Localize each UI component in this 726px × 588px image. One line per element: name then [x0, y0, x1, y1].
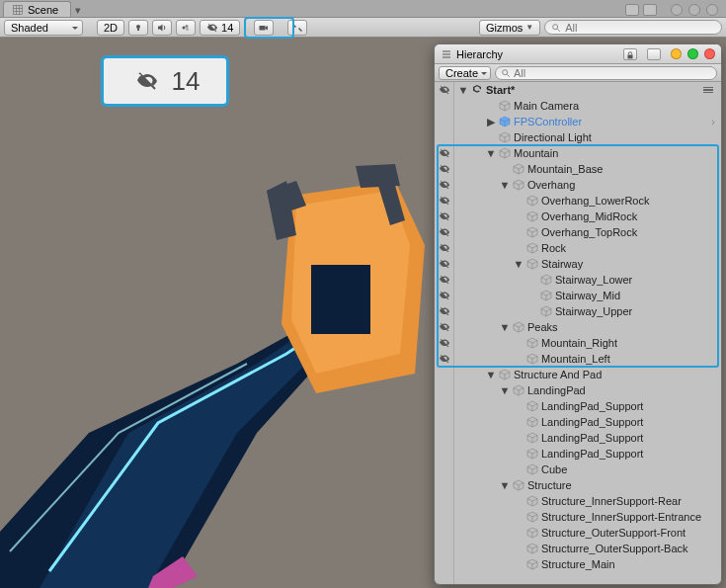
hierarchy-item[interactable]: ▼ Stairway — [435, 256, 721, 272]
foldout-icon[interactable]: ▼ — [500, 321, 510, 333]
toggle-lighting-button[interactable] — [128, 20, 148, 36]
visibility-toggle[interactable] — [435, 145, 454, 161]
foldout-icon[interactable]: ▼ — [486, 369, 496, 380]
visibility-toggle[interactable] — [435, 319, 454, 335]
hierarchy-create-dropdown[interactable]: Create — [439, 66, 491, 80]
scene-search-input[interactable]: All — [544, 20, 722, 35]
hierarchy-item[interactable]: ▶ Overhang_MidRock — [435, 209, 721, 224]
hidden-objects-button[interactable]: 14 — [200, 20, 240, 36]
hierarchy-item[interactable]: ▶ LandingPad_Support — [435, 430, 721, 446]
panel-menu-toggle[interactable] — [643, 4, 657, 16]
foldout-icon[interactable]: ▼ — [500, 179, 510, 191]
hierarchy-item[interactable]: ▶ Overhang_TopRock — [435, 224, 721, 240]
visibility-toggle[interactable] — [435, 398, 454, 414]
window-dot[interactable] — [706, 4, 718, 16]
hierarchy-titlebar[interactable]: Hierarchy — [435, 44, 721, 64]
hierarchy-menu-button[interactable] — [647, 48, 661, 60]
hierarchy-item[interactable]: ▶ LandingPad_Support — [435, 414, 721, 430]
visibility-toggle[interactable] — [435, 114, 454, 129]
minimize-dot[interactable] — [671, 48, 682, 59]
visibility-toggle[interactable] — [435, 541, 454, 556]
foldout-icon[interactable]: ▶ — [486, 116, 496, 128]
visibility-toggle[interactable] — [435, 525, 454, 541]
hierarchy-item[interactable]: ▶ LandingPad_Support — [435, 398, 721, 414]
toggle-2d-button[interactable]: 2D — [97, 20, 124, 36]
visibility-toggle[interactable] — [435, 272, 454, 288]
visibility-toggle[interactable] — [435, 335, 454, 351]
hierarchy-item[interactable]: ▶ Structure_InnerSupport-Entrance — [435, 509, 721, 525]
scene-row-menu[interactable] — [703, 87, 715, 94]
hierarchy-item[interactable]: ▼ Mountain — [435, 145, 721, 161]
scene-tab[interactable]: Scene — [3, 1, 71, 17]
visibility-toggle[interactable] — [435, 446, 454, 462]
visibility-toggle[interactable] — [435, 209, 454, 224]
hierarchy-item[interactable]: ▶ Structure_InnerSupport-Rear — [435, 493, 721, 509]
hierarchy-item[interactable]: ▶ Mountain_Base — [435, 161, 721, 177]
visibility-toggle[interactable] — [435, 462, 454, 477]
visibility-toggle[interactable] — [435, 193, 454, 209]
visibility-toggle[interactable] — [435, 161, 454, 177]
hierarchy-item[interactable]: ▶ Overhang_LowerRock — [435, 193, 721, 209]
visibility-toggle[interactable] — [435, 382, 454, 398]
visibility-toggle[interactable] — [435, 414, 454, 430]
visibility-toggle[interactable] — [435, 351, 454, 367]
hierarchy-lock-button[interactable] — [623, 48, 637, 60]
eye-off-icon — [439, 353, 450, 365]
visibility-toggle[interactable] — [435, 430, 454, 446]
tab-menu-icon[interactable]: ▾ — [75, 4, 81, 17]
visibility-toggle[interactable] — [435, 288, 454, 303]
hierarchy-search-input[interactable]: All — [495, 66, 717, 80]
foldout-icon[interactable]: ▼ — [500, 384, 510, 396]
hierarchy-item[interactable]: ▶ LandingPad_Support — [435, 446, 721, 462]
hierarchy-item[interactable]: ▶ Stairway_Lower — [435, 272, 721, 288]
hierarchy-item[interactable]: ▶ Mountain_Left — [435, 351, 721, 367]
gizmos-dropdown[interactable]: Gizmos▼ — [479, 20, 540, 36]
scene-tab-bar: Scene ▾ — [0, 0, 726, 18]
foldout-icon[interactable]: ▼ — [514, 258, 524, 270]
hierarchy-item[interactable]: ▶ Stairway_Mid — [435, 288, 721, 303]
visibility-toggle[interactable] — [435, 477, 454, 493]
hierarchy-item[interactable]: ▶ FPSController › — [435, 114, 721, 129]
visibility-toggle[interactable] — [435, 367, 454, 382]
panel-lock-toggle[interactable] — [625, 4, 639, 16]
shading-mode-dropdown[interactable]: Shaded — [4, 20, 83, 36]
hierarchy-item[interactable]: ▼ Structure — [435, 477, 721, 493]
visibility-toggle[interactable] — [435, 82, 454, 98]
hierarchy-item[interactable]: ▶ Mountain_Right — [435, 335, 721, 351]
hierarchy-item[interactable]: ▶ Structure_Main — [435, 556, 721, 572]
visibility-toggle[interactable] — [435, 129, 454, 145]
hierarchy-item[interactable]: ▶ Structure_OuterSupport-Front — [435, 525, 721, 541]
foldout-icon[interactable]: ▼ — [486, 147, 496, 159]
visibility-toggle[interactable] — [435, 556, 454, 572]
foldout-icon[interactable]: ▼ — [458, 84, 468, 96]
close-dot[interactable] — [704, 48, 715, 59]
visibility-toggle[interactable] — [435, 240, 454, 256]
hierarchy-item[interactable]: ▼ Overhang — [435, 177, 721, 193]
toggle-audio-button[interactable] — [152, 20, 172, 36]
scene-camera-button[interactable] — [254, 20, 274, 36]
visibility-toggle[interactable] — [435, 177, 454, 193]
visibility-toggle[interactable] — [435, 509, 454, 525]
visibility-toggle[interactable] — [435, 256, 454, 272]
toggle-fx-button[interactable] — [176, 20, 196, 36]
visibility-toggle[interactable] — [435, 303, 454, 319]
foldout-icon[interactable]: ▼ — [500, 479, 510, 491]
window-dot[interactable] — [688, 4, 700, 16]
window-dot[interactable] — [671, 4, 683, 16]
hierarchy-scene-row[interactable]: ▼ Start* — [435, 82, 721, 98]
hierarchy-item[interactable]: ▼ LandingPad — [435, 382, 721, 398]
hierarchy-item[interactable]: ▶ Stairway_Upper — [435, 303, 721, 319]
hierarchy-item[interactable]: ▼ Peaks — [435, 319, 721, 335]
visibility-toggle[interactable] — [435, 224, 454, 240]
hierarchy-item-label: Structure_InnerSupport-Entrance — [541, 511, 701, 523]
hierarchy-item[interactable]: ▶ Cube — [435, 462, 721, 477]
visibility-toggle[interactable] — [435, 98, 454, 114]
hierarchy-item[interactable]: ▶ Main Camera — [435, 98, 721, 114]
hierarchy-item[interactable]: ▶ Directional Light — [435, 129, 721, 145]
hierarchy-item[interactable]: ▶ Rock — [435, 240, 721, 256]
scene-tools-button[interactable] — [287, 20, 307, 36]
hierarchy-item[interactable]: ▶ Structurre_OuterSupport-Back — [435, 541, 721, 556]
visibility-toggle[interactable] — [435, 493, 454, 509]
hierarchy-item[interactable]: ▼ Structure And Pad — [435, 367, 721, 382]
zoom-dot[interactable] — [687, 48, 698, 59]
